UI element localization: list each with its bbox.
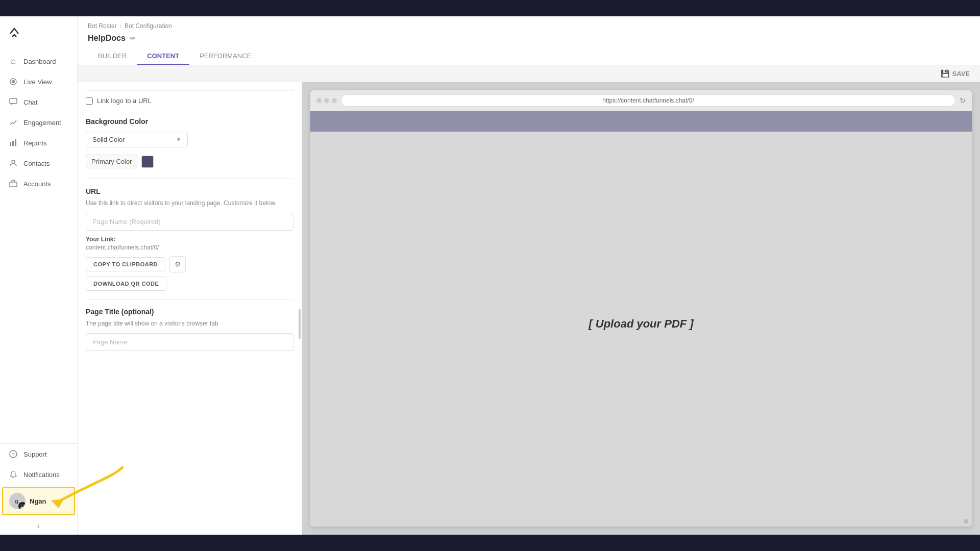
bg-color-selected: Solid Color: [92, 136, 125, 143]
notifications-icon: [8, 469, 18, 480]
sidebar-item-label: Chat: [23, 98, 37, 106]
engagement-icon: [8, 117, 18, 128]
logo[interactable]: [0, 20, 77, 47]
collapse-icon: ‹: [37, 521, 40, 531]
reports-icon: [8, 138, 18, 148]
browser-dots: [316, 98, 337, 103]
bg-color-title: Background Color: [86, 117, 293, 126]
link-value: content.chatfunnels.chat/0/: [86, 244, 293, 251]
link-logo-row: Link logo to a URL: [86, 90, 293, 111]
download-qr-button[interactable]: DOWNLOAD QR CODE: [86, 277, 166, 291]
svg-rect-5: [15, 139, 16, 146]
content-area: Bot Roster / Bot Configuration HelpDocs …: [78, 16, 980, 535]
sidebar-item-label: Reports: [23, 139, 47, 147]
sidebar-item-reports[interactable]: Reports: [0, 133, 77, 153]
page-title: HelpDocs: [88, 34, 126, 43]
refresh-icon[interactable]: ↻: [960, 96, 966, 105]
dashboard-icon: ⌂: [8, 56, 18, 66]
sidebar: ⌂ Dashboard Live View Chat: [0, 16, 78, 535]
browser-content: [ Upload your PDF ]: [310, 111, 972, 527]
accounts-icon: [8, 179, 18, 189]
notification-badge: 13: [18, 502, 26, 509]
bg-color-dropdown[interactable]: Solid Color ▼: [86, 132, 188, 147]
sidebar-item-label: Contacts: [23, 160, 50, 167]
sidebar-item-contacts[interactable]: Contacts: [0, 153, 77, 173]
divider: [86, 179, 293, 179]
live-view-icon: [8, 77, 18, 87]
svg-text:?: ?: [12, 452, 15, 457]
user-name: Ngan: [30, 497, 46, 505]
gear-icon: ⚙: [175, 260, 181, 268]
breadcrumb: Bot Roster / Bot Configuration: [88, 22, 970, 30]
scroll-indicator: [299, 309, 301, 339]
divider2: [86, 299, 293, 299]
preview-footer: [310, 516, 972, 527]
tab-performance[interactable]: PERFORMANCE: [189, 48, 261, 65]
sidebar-item-label: Notifications: [23, 471, 60, 479]
url-page-name-input[interactable]: [86, 213, 293, 231]
svg-point-0: [12, 80, 15, 83]
panels: Link logo to a URL Background Color Soli…: [78, 82, 980, 535]
top-bar: [0, 0, 980, 16]
color-swatch-row: Primary Color: [86, 155, 293, 168]
save-label: SAVE: [952, 70, 970, 78]
your-link-label: Your Link:: [86, 236, 293, 243]
save-icon: 💾: [941, 69, 949, 78]
sidebar-item-accounts[interactable]: Accounts: [0, 173, 77, 194]
tab-content[interactable]: CONTENT: [137, 48, 189, 65]
sidebar-item-notifications[interactable]: Notifications: [0, 464, 77, 485]
sidebar-item-live-view[interactable]: Live View: [0, 71, 77, 92]
preview-body: [ Upload your PDF ]: [310, 132, 972, 516]
copy-to-clipboard-button[interactable]: COPY TO CLIPBOARD: [86, 257, 165, 271]
browser-toolbar: https://content.chatfunnels.chat/0/ ↻: [310, 90, 972, 111]
tab-bar: BUILDER CONTENT PERFORMANCE: [88, 48, 970, 65]
color-swatch-label: Primary Color: [86, 155, 137, 168]
gear-settings-button[interactable]: ⚙: [169, 256, 186, 272]
preview-footer-dot: [964, 519, 968, 523]
color-swatch-picker[interactable]: [141, 156, 154, 168]
svg-point-6: [12, 160, 15, 163]
sidebar-item-label: Engagement: [23, 119, 61, 127]
bg-color-section: Background Color Solid Color ▼ Primary C…: [86, 117, 293, 168]
edit-page-title-icon[interactable]: ✏: [130, 34, 136, 42]
avatar: g. 13: [9, 493, 26, 509]
sidebar-item-support[interactable]: ? Support: [0, 444, 77, 464]
breadcrumb-bot-config: Bot Configuration: [125, 22, 172, 30]
breadcrumb-bot-roster[interactable]: Bot Roster: [88, 22, 117, 30]
sidebar-item-label: Dashboard: [23, 58, 56, 65]
link-logo-checkbox[interactable]: [86, 97, 93, 105]
page-title-opt-label: Page Title (optional): [86, 308, 293, 316]
url-section-title: URL: [86, 187, 293, 195]
chat-icon: [8, 97, 18, 107]
sidebar-item-label: Support: [23, 450, 47, 458]
page-title-input[interactable]: [86, 333, 293, 351]
chevron-down-icon: ▼: [176, 137, 181, 142]
save-button[interactable]: 💾 SAVE: [941, 69, 970, 78]
svg-rect-4: [12, 141, 14, 146]
sidebar-item-engagement[interactable]: Engagement: [0, 112, 77, 133]
svg-rect-3: [10, 142, 11, 146]
page-title-desc: The page title will show on a visitor's …: [86, 319, 293, 328]
preview-browser: https://content.chatfunnels.chat/0/ ↻ [ …: [310, 90, 972, 527]
browser-dot-1: [316, 98, 322, 103]
tab-builder[interactable]: BUILDER: [88, 48, 137, 65]
link-logo-label[interactable]: Link logo to a URL: [97, 97, 152, 105]
browser-url-bar[interactable]: https://content.chatfunnels.chat/0/: [341, 94, 955, 107]
bottom-bar: [0, 535, 980, 551]
content-header: Bot Roster / Bot Configuration HelpDocs …: [78, 16, 980, 65]
sidebar-bottom: ? Support Notifications g. 13: [0, 443, 77, 535]
url-section-desc: Use this link to direct visitors to your…: [86, 198, 293, 208]
upload-placeholder[interactable]: [ Upload your PDF ]: [589, 317, 693, 331]
save-bar: 💾 SAVE: [78, 65, 980, 82]
sidebar-item-chat[interactable]: Chat: [0, 92, 77, 112]
sidebar-item-dashboard[interactable]: ⌂ Dashboard: [0, 51, 77, 71]
svg-rect-2: [10, 98, 17, 104]
left-panel: Link logo to a URL Background Color Soli…: [78, 82, 302, 535]
page-title-row: HelpDocs ✏: [88, 34, 970, 43]
preview-header-bar: [310, 111, 972, 132]
user-profile[interactable]: g. 13 Ngan: [2, 487, 75, 515]
browser-dot-2: [324, 98, 329, 103]
collapse-sidebar-button[interactable]: ‹: [0, 517, 77, 535]
page-title-section: Page Title (optional) The page title wil…: [86, 308, 293, 351]
sidebar-item-label: Live View: [23, 78, 52, 86]
